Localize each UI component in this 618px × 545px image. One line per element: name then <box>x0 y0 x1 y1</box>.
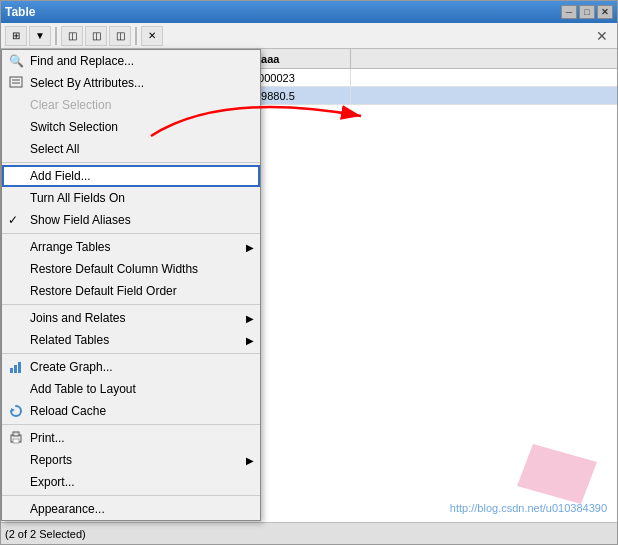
cell-aaaa-1: .000023 <box>251 69 351 86</box>
menu-item-label: Restore Default Column Widths <box>30 262 198 276</box>
watermark: http://blog.csdn.net/u010384390 <box>450 502 607 514</box>
binoculars-icon: 🔍 <box>8 53 24 69</box>
menu-item-label: Show Field Aliases <box>30 213 131 227</box>
menu-item-turn-all-fields[interactable]: Turn All Fields On <box>2 187 260 209</box>
menu-sep-5 <box>2 424 260 425</box>
menu-item-label: Create Graph... <box>30 360 113 374</box>
menu-item-label: Restore Default Field Order <box>30 284 177 298</box>
toolbar-sep-1 <box>55 27 57 45</box>
minimize-button[interactable]: ─ <box>561 5 577 19</box>
menu-item-label: Appearance... <box>30 502 105 516</box>
toolbar-copy-btn[interactable]: ◫ <box>61 26 83 46</box>
menu-item-label: Add Field... <box>30 169 91 183</box>
menu-item-related-tables[interactable]: Related Tables ▶ <box>2 329 260 351</box>
toolbar-dropdown-btn[interactable]: ▼ <box>29 26 51 46</box>
toolbar-paste-btn[interactable]: ◫ <box>85 26 107 46</box>
menu-item-label: Switch Selection <box>30 120 118 134</box>
menu-item-label: Joins and Relates <box>30 311 125 325</box>
submenu-arrow-icon: ▶ <box>246 313 254 324</box>
toolbar-sep-2 <box>135 27 137 45</box>
menu-item-export[interactable]: Export... <box>2 471 260 493</box>
menu-item-label: Select By Attributes... <box>30 76 144 90</box>
title-bar-buttons: ─ □ ✕ <box>561 5 613 19</box>
maximize-button[interactable]: □ <box>579 5 595 19</box>
graph-icon <box>8 359 24 375</box>
toolbar-clear-btn[interactable]: ◫ <box>109 26 131 46</box>
toolbar-table-btn[interactable]: ⊞ <box>5 26 27 46</box>
bottom-tabs: (2 of 2 Selected) <box>1 522 617 544</box>
menu-item-add-field[interactable]: Add Field... <box>2 165 260 187</box>
menu-item-find-replace[interactable]: 🔍 Find and Replace... <box>2 50 260 72</box>
map-shape <box>517 444 597 504</box>
menu-item-label: Reload Cache <box>30 404 106 418</box>
menu-item-reload-cache[interactable]: Reload Cache <box>2 400 260 422</box>
selection-count: (2 of 2 Selected) <box>5 528 86 540</box>
svg-rect-8 <box>13 432 19 436</box>
menu-item-restore-col-widths[interactable]: Restore Default Column Widths <box>2 258 260 280</box>
menu-item-print[interactable]: Print... <box>2 427 260 449</box>
reload-icon <box>8 403 24 419</box>
menu-item-switch-selection[interactable]: Switch Selection <box>2 116 260 138</box>
menu-item-label: Clear Selection <box>30 98 111 112</box>
menu-item-label: Arrange Tables <box>30 240 111 254</box>
toolbar-x-btn[interactable]: ✕ <box>591 26 613 46</box>
submenu-arrow-icon: ▶ <box>246 242 254 253</box>
main-window: Table ─ □ ✕ ⊞ ▼ ◫ ◫ ◫ ✕ ✕ Shape_Length S… <box>0 0 618 545</box>
svg-rect-4 <box>14 365 17 373</box>
col-header-aaaa: aaaa <box>251 49 351 68</box>
menu-item-label: Turn All Fields On <box>30 191 125 205</box>
window-title: Table <box>5 5 35 19</box>
menu-sep-3 <box>2 304 260 305</box>
menu-item-select-all[interactable]: Select All <box>2 138 260 160</box>
menu-item-appearance[interactable]: Appearance... <box>2 498 260 520</box>
menu-item-joins-relates[interactable]: Joins and Relates ▶ <box>2 307 260 329</box>
svg-rect-5 <box>18 362 21 373</box>
menu-item-label: Reports <box>30 453 72 467</box>
cell-aaaa-2: 49880.5 <box>251 87 351 104</box>
menu-item-create-graph[interactable]: Create Graph... <box>2 356 260 378</box>
toolbar-close-btn[interactable]: ✕ <box>141 26 163 46</box>
menu-sep-2 <box>2 233 260 234</box>
submenu-arrow-icon: ▶ <box>246 335 254 346</box>
menu-sep-4 <box>2 353 260 354</box>
menu-item-select-by-attr[interactable]: Select By Attributes... <box>2 72 260 94</box>
print-icon <box>8 430 24 446</box>
menu-item-reports[interactable]: Reports ▶ <box>2 449 260 471</box>
menu-item-label: Export... <box>30 475 75 489</box>
menu-sep-1 <box>2 162 260 163</box>
menu-item-label: Print... <box>30 431 65 445</box>
svg-rect-3 <box>10 368 13 373</box>
dropdown-menu: 🔍 Find and Replace... Select By Attribut… <box>1 49 261 521</box>
menu-item-show-field-aliases[interactable]: ✓ Show Field Aliases <box>2 209 260 231</box>
title-bar: Table ─ □ ✕ <box>1 1 617 23</box>
submenu-arrow-icon: ▶ <box>246 455 254 466</box>
close-button[interactable]: ✕ <box>597 5 613 19</box>
menu-item-label: Find and Replace... <box>30 54 134 68</box>
svg-marker-6 <box>11 408 15 412</box>
menu-item-arrange-tables[interactable]: Arrange Tables ▶ <box>2 236 260 258</box>
svg-rect-9 <box>13 439 19 443</box>
check-icon: ✓ <box>8 213 18 227</box>
menu-item-label: Related Tables <box>30 333 109 347</box>
select-attr-icon <box>8 75 24 91</box>
menu-item-add-table-layout[interactable]: Add Table to Layout <box>2 378 260 400</box>
menu-sep-6 <box>2 495 260 496</box>
toolbar: ⊞ ▼ ◫ ◫ ◫ ✕ ✕ <box>1 23 617 49</box>
menu-item-restore-field-order[interactable]: Restore Default Field Order <box>2 280 260 302</box>
menu-item-clear-selection[interactable]: Clear Selection <box>2 94 260 116</box>
menu-item-label: Select All <box>30 142 79 156</box>
menu-item-label: Add Table to Layout <box>30 382 136 396</box>
svg-rect-0 <box>10 77 22 87</box>
